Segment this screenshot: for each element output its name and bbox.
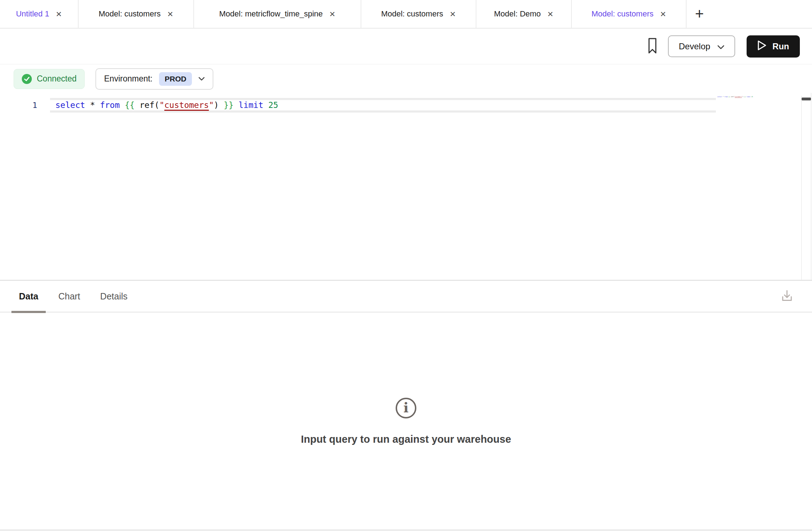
bottom-panel-edge xyxy=(0,529,812,531)
editor-scrollbar-track xyxy=(801,96,802,280)
tab-details[interactable]: Details xyxy=(93,281,135,312)
environment-selector[interactable]: Environment: PROD xyxy=(95,68,213,90)
results-panel: Data Chart Details i Input query to run … xyxy=(0,280,812,529)
close-icon[interactable]: ✕ xyxy=(450,10,456,18)
close-icon[interactable]: ✕ xyxy=(547,10,554,18)
editor-minimap[interactable]: select * from {{ ref("customers") }} lim… xyxy=(717,96,753,101)
bookmark-button[interactable] xyxy=(648,38,657,55)
results-tab-bar: Data Chart Details xyxy=(0,281,812,313)
editor-toolbar: Develop Run xyxy=(0,29,812,64)
line-number: 1 xyxy=(0,98,50,113)
environment-value-badge: PROD xyxy=(159,72,192,86)
empty-state-message: Input query to run against your warehous… xyxy=(301,433,511,445)
close-icon[interactable]: ✕ xyxy=(660,10,667,18)
results-empty-state: i Input query to run against your wareho… xyxy=(0,398,812,445)
tab-label: Model: customers xyxy=(591,9,654,19)
editor-line-1: 1 select * from {{ ref("customers") }} l… xyxy=(0,98,716,113)
sql-editor[interactable]: 1 select * from {{ ref("customers") }} l… xyxy=(0,93,812,280)
tab-model-customers-3[interactable]: Model: customers ✕ xyxy=(572,0,687,28)
tab-label: Model: customers xyxy=(99,9,161,19)
connection-status-text: Connected xyxy=(37,74,76,84)
tab-label: Untitled 1 xyxy=(16,9,49,19)
tab-label: Model: Demo xyxy=(494,9,541,19)
dbt-cloud-ide: Untitled 1 ✕ Model: customers ✕ Model: m… xyxy=(0,0,812,531)
download-results-button[interactable] xyxy=(780,289,794,304)
close-icon[interactable]: ✕ xyxy=(167,10,174,18)
minimap-code-line: select * from {{ ref("customers") }} lim… xyxy=(717,96,723,98)
check-circle-icon xyxy=(22,74,32,84)
tab-model-metricflow-time-spine[interactable]: Model: metricflow_time_spine ✕ xyxy=(194,0,361,28)
tab-label: Model: customers xyxy=(381,9,443,19)
run-label: Run xyxy=(772,41,789,51)
tab-label: Model: metricflow_time_spine xyxy=(219,9,323,19)
tab-chart[interactable]: Chart xyxy=(51,281,88,312)
develop-dropdown-button[interactable]: Develop xyxy=(668,35,735,57)
info-icon: i xyxy=(396,398,416,418)
develop-label: Develop xyxy=(679,41,710,51)
tab-model-demo[interactable]: Model: Demo ✕ xyxy=(476,0,572,28)
connection-status-row: Connected Environment: PROD xyxy=(0,65,812,93)
run-button[interactable]: Run xyxy=(747,35,800,58)
connection-status-badge: Connected xyxy=(14,69,85,89)
tab-untitled-1[interactable]: Untitled 1 ✕ xyxy=(0,0,79,28)
editor-scrollbar-thumb[interactable] xyxy=(802,98,811,100)
editor-tab-bar: Untitled 1 ✕ Model: customers ✕ Model: m… xyxy=(0,0,812,29)
tab-model-customers-2[interactable]: Model: customers ✕ xyxy=(361,0,476,28)
close-icon[interactable]: ✕ xyxy=(56,10,62,18)
environment-label: Environment: xyxy=(104,74,153,84)
chevron-down-icon xyxy=(717,41,724,51)
download-icon xyxy=(780,299,794,304)
close-icon[interactable]: ✕ xyxy=(329,10,336,18)
tab-model-customers-1[interactable]: Model: customers ✕ xyxy=(79,0,194,28)
active-line-highlight: select * from {{ ref("customers") }} lim… xyxy=(50,98,716,113)
bookmark-icon xyxy=(648,38,657,55)
play-icon xyxy=(757,40,767,53)
code-line[interactable]: select * from {{ ref("customers") }} lim… xyxy=(50,100,716,110)
tab-data[interactable]: Data xyxy=(11,281,46,312)
plus-icon: + xyxy=(695,5,704,23)
add-tab-button[interactable]: + xyxy=(687,0,712,28)
chevron-down-icon xyxy=(198,77,205,81)
